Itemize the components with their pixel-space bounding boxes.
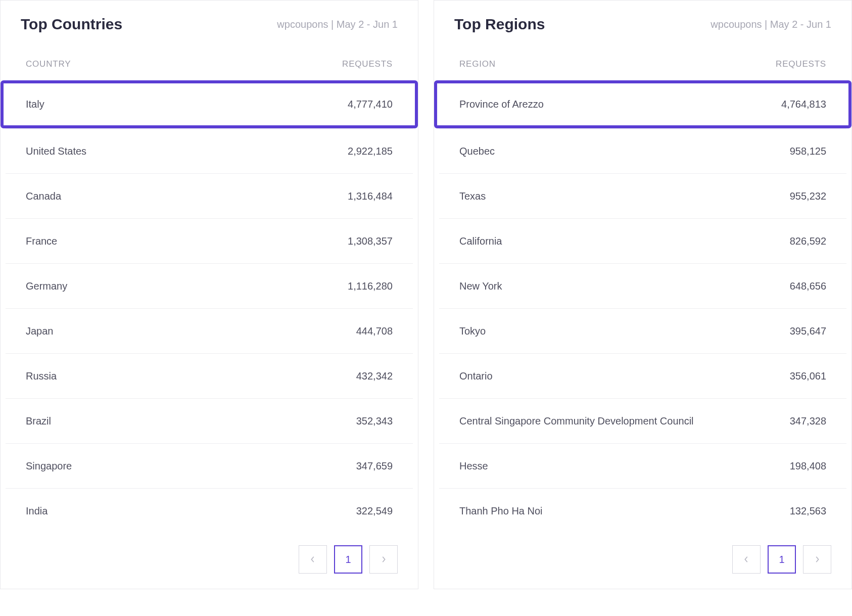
row-name: Province of Arezzo [459,99,544,110]
table-header: COUNTRY REQUESTS [1,48,418,80]
row-value: 132,563 [790,505,826,517]
column-header-value: REQUESTS [776,59,826,69]
table-row[interactable]: Japan444,708 [6,308,413,353]
row-value: 4,777,410 [348,99,393,110]
table-row[interactable]: Canada1,316,484 [6,173,413,218]
table-row[interactable]: Thanh Pho Ha Noi132,563 [439,488,846,533]
dashboard-panels: Top Countries wpcoupons | May 2 - Jun 1 … [0,0,852,589]
row-name: Hesse [459,460,488,472]
row-name: Canada [26,191,61,202]
row-name: Singapore [26,460,72,472]
row-value: 826,592 [790,235,826,247]
column-header-name: COUNTRY [26,59,71,69]
top-countries-panel: Top Countries wpcoupons | May 2 - Jun 1 … [0,0,418,589]
row-name: Germany [26,280,67,292]
table-row[interactable]: Singapore347,659 [6,443,413,488]
prev-page-button[interactable] [299,545,327,574]
column-header-name: REGION [459,59,496,69]
row-value: 322,549 [356,505,393,517]
row-name: India [26,505,48,517]
panel-meta: wpcoupons | May 2 - Jun 1 [711,19,831,30]
regions-table-rows: Province of Arezzo4,764,813Quebec958,125… [439,80,846,533]
prev-page-button[interactable] [732,545,761,574]
row-name: Italy [26,99,44,110]
row-value: 444,708 [356,325,393,337]
row-name: Texas [459,191,486,202]
row-value: 198,408 [790,460,826,472]
row-name: Tokyo [459,325,486,337]
row-name: California [459,235,502,247]
row-name: United States [26,146,86,157]
column-header-value: REQUESTS [342,59,393,69]
table-row[interactable]: New York648,656 [439,263,846,308]
row-value: 648,656 [790,280,826,292]
row-value: 1,116,280 [348,280,393,292]
row-name: Central Singapore Community Development … [459,415,694,427]
row-value: 356,061 [790,370,826,382]
table-row[interactable]: Hesse198,408 [439,443,846,488]
next-page-button[interactable] [369,545,398,574]
row-name: Brazil [26,415,51,427]
panel-title: Top Regions [454,16,545,33]
table-row[interactable]: United States2,922,185 [6,128,413,173]
panel-header: Top Regions wpcoupons | May 2 - Jun 1 [434,1,851,48]
row-name: New York [459,280,502,292]
pagination: 1 [434,533,851,589]
panel-title: Top Countries [21,16,122,33]
table-row[interactable]: India322,549 [6,488,413,533]
table-row[interactable]: France1,308,357 [6,218,413,263]
row-name: France [26,235,57,247]
table-row[interactable]: Province of Arezzo4,764,813 [434,80,851,128]
row-value: 347,659 [356,460,393,472]
row-value: 1,308,357 [348,235,393,247]
table-row[interactable]: Russia432,342 [6,353,413,398]
pagination: 1 [1,533,418,589]
row-value: 352,343 [356,415,393,427]
row-value: 1,316,484 [348,191,393,202]
table-row[interactable]: Italy4,777,410 [1,80,418,128]
row-value: 432,342 [356,370,393,382]
row-name: Ontario [459,370,493,382]
table-row[interactable]: Germany1,116,280 [6,263,413,308]
table-row[interactable]: Texas955,232 [439,173,846,218]
page-number-button[interactable]: 1 [768,545,796,574]
row-value: 2,922,185 [348,146,393,157]
row-name: Thanh Pho Ha Noi [459,505,543,517]
table-row[interactable]: Central Singapore Community Development … [439,398,846,443]
row-name: Quebec [459,146,495,157]
table-row[interactable]: Brazil352,343 [6,398,413,443]
table-row[interactable]: California826,592 [439,218,846,263]
panel-header: Top Countries wpcoupons | May 2 - Jun 1 [1,1,418,48]
table-row[interactable]: Tokyo395,647 [439,308,846,353]
chevron-left-icon [309,556,316,563]
top-regions-panel: Top Regions wpcoupons | May 2 - Jun 1 RE… [434,0,852,589]
row-value: 958,125 [790,146,826,157]
chevron-left-icon [743,556,750,563]
row-name: Russia [26,370,57,382]
row-value: 955,232 [790,191,826,202]
row-value: 395,647 [790,325,826,337]
page-number-button[interactable]: 1 [334,545,362,574]
row-value: 347,328 [790,415,826,427]
panel-meta: wpcoupons | May 2 - Jun 1 [277,19,398,30]
row-name: Japan [26,325,54,337]
countries-table-rows: Italy4,777,410United States2,922,185Cana… [6,80,413,533]
chevron-right-icon [380,556,387,563]
table-row[interactable]: Quebec958,125 [439,128,846,173]
table-row[interactable]: Ontario356,061 [439,353,846,398]
next-page-button[interactable] [803,545,831,574]
chevron-right-icon [814,556,821,563]
table-header: REGION REQUESTS [434,48,851,80]
row-value: 4,764,813 [781,99,826,110]
